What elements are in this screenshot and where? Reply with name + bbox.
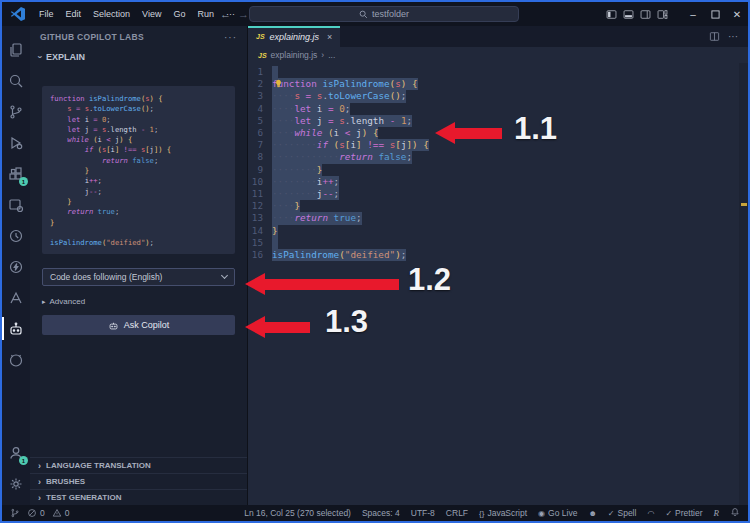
tab-explaining-js[interactable]: JS explaining.js × — [248, 26, 340, 47]
code-line-6: 6····while (i < j) { — [248, 127, 748, 139]
snippet-line: isPalindrome("deified"); — [50, 238, 227, 248]
line-number: 13 — [248, 212, 272, 224]
status-label: JavaScript — [487, 508, 527, 518]
settings-gear-icon[interactable] — [2, 468, 30, 499]
code-editor[interactable]: 1 2function isPalindrome(s) {3····s = s.… — [248, 63, 748, 505]
snippet-line: let j = s.length - 1; — [50, 125, 227, 135]
editor-more-actions[interactable]: ··· — [728, 31, 738, 42]
status-item-ln-16-col-25-270-selected-[interactable]: Ln 16, Col 25 (270 selected) — [244, 508, 351, 518]
line-number: 10 — [248, 176, 272, 188]
extensions-icon[interactable]: 1 — [2, 158, 30, 189]
sidebar-more-actions[interactable]: ··· — [224, 32, 237, 43]
editor-group: JS explaining.js × ··· JS explaining.js … — [248, 26, 748, 505]
copilot-labs-icon[interactable] — [2, 313, 30, 344]
tab-label: explaining.js — [270, 32, 320, 42]
code-line-13: 13····return true; — [248, 212, 748, 224]
chevron-right-icon: › — [38, 493, 41, 503]
menu-item-view[interactable]: View — [136, 9, 167, 19]
remote-explorer-icon[interactable] — [2, 189, 30, 220]
line-number: 5 — [248, 115, 272, 127]
github-icon[interactable] — [2, 344, 30, 375]
explain-section-header[interactable]: › EXPLAIN — [30, 48, 247, 64]
restore-button[interactable] — [704, 2, 726, 26]
status-item-arc[interactable]: ◠ — [647, 509, 654, 518]
explain-section-label: EXPLAIN — [46, 52, 85, 62]
snippet-line: return true; — [50, 207, 227, 217]
status-item-spaces-4[interactable]: Spaces: 4 — [362, 508, 400, 518]
notifications-bell-icon[interactable] — [730, 507, 740, 519]
ask-copilot-label: Ask Copilot — [124, 320, 170, 330]
status-item-javascript[interactable]: {}JavaScript — [479, 508, 527, 518]
dropdown-value: Code does following (English) — [50, 272, 162, 282]
lightbulb-icon[interactable] — [274, 79, 283, 88]
errors-indicator[interactable]: 0 — [27, 508, 45, 518]
warning-count: 0 — [65, 508, 70, 518]
run-debug-icon[interactable] — [2, 127, 30, 158]
snippet-line: } — [50, 166, 227, 176]
code-line-12: 12····} — [248, 200, 748, 212]
status-item-go-live[interactable]: ◉Go Live — [538, 508, 577, 518]
status-item-utf-8[interactable]: UTF-8 — [411, 508, 435, 518]
line-number: 7 — [248, 139, 272, 151]
menu-item-run[interactable]: Run — [191, 9, 220, 19]
command-center-search[interactable]: testfolder — [249, 6, 519, 22]
menu-item-selection[interactable]: Selection — [87, 9, 136, 19]
js-file-icon: JS — [258, 52, 267, 59]
section-test-generation[interactable]: ›TEST GENERATION — [30, 489, 247, 505]
source-control-icon[interactable] — [2, 96, 30, 127]
breadcrumb-file: explaining.js — [271, 50, 318, 60]
snippet-line: } — [50, 197, 227, 207]
minimize-button[interactable]: – — [682, 2, 704, 26]
close-window-button[interactable]: ✕ — [726, 2, 748, 26]
toggle-secondary-sidebar-icon[interactable] — [640, 9, 651, 20]
advanced-toggle[interactable]: ▸ Advanced — [42, 297, 235, 306]
breadcrumb[interactable]: JS explaining.js › ... — [248, 47, 748, 63]
line-number: 16 — [248, 249, 272, 261]
remote-branch-icon[interactable] — [10, 508, 20, 518]
menu-item-edit[interactable]: Edit — [60, 9, 88, 19]
section-brushes[interactable]: ›BRUSHES — [30, 473, 247, 489]
status-item-r[interactable]: R — [714, 508, 720, 518]
code-line-9: 9········} — [248, 164, 748, 176]
explain-mode-dropdown[interactable]: Code does following (English) — [42, 268, 235, 286]
thunder-client-icon[interactable] — [2, 251, 30, 282]
status-item-github[interactable]: ☻ — [588, 509, 596, 518]
overview-ruler[interactable] — [739, 63, 748, 505]
snippet-line: j--; — [50, 187, 227, 197]
check-icon: ✓ — [608, 509, 615, 518]
explorer-icon[interactable] — [2, 34, 30, 65]
breadcrumb-separator: › — [321, 50, 324, 60]
warnings-indicator[interactable]: 0 — [52, 508, 70, 518]
split-editor-icon[interactable] — [709, 31, 720, 42]
menu-item-go[interactable]: Go — [167, 9, 191, 19]
section-label: BRUSHES — [46, 477, 85, 486]
status-item-prettier[interactable]: ✓Prettier — [665, 508, 702, 518]
menu-item-file[interactable]: File — [33, 9, 60, 19]
azure-icon[interactable] — [2, 282, 30, 313]
r-icon: R — [714, 508, 720, 518]
section-language-translation[interactable]: ›LANGUAGE TRANSLATION — [30, 457, 247, 473]
vscode-window: FileEditSelectionViewGoRun··· ← → testfo… — [0, 0, 750, 523]
history-clock-icon[interactable] — [2, 220, 30, 251]
section-label: TEST GENERATION — [46, 493, 121, 502]
ask-copilot-button[interactable]: Ask Copilot — [42, 315, 235, 335]
code-line-11: 11········j--; — [248, 188, 748, 200]
search-icon — [359, 10, 368, 19]
snippet-line: let i = 0; — [50, 115, 227, 125]
customize-layout-icon[interactable] — [657, 9, 668, 20]
close-tab-icon[interactable]: × — [327, 32, 332, 42]
search-sidebar-icon[interactable] — [2, 65, 30, 96]
toggle-panel-icon[interactable] — [623, 9, 634, 20]
status-item-spell[interactable]: ✓Spell — [608, 508, 637, 518]
github-icon: ☻ — [588, 509, 596, 518]
status-item-crlf[interactable]: CRLF — [446, 508, 468, 518]
accounts-icon[interactable]: 1 — [2, 437, 30, 468]
forward-arrow-icon[interactable]: → — [238, 8, 249, 20]
snippet-line: function isPalindrome(s) { — [50, 94, 227, 104]
extensions-badge: 1 — [19, 177, 28, 186]
toggle-sidebar-icon[interactable] — [606, 9, 617, 20]
snippet-line: while (i < j) { — [50, 135, 227, 145]
golive-icon: ◉ — [538, 509, 545, 518]
braces-icon: {} — [479, 509, 484, 518]
back-arrow-icon[interactable]: ← — [220, 8, 231, 20]
